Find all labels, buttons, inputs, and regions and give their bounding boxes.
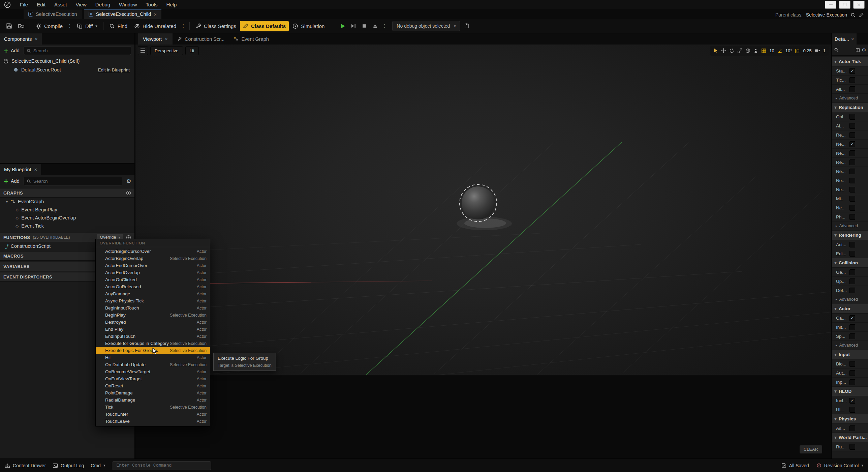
details-checkbox[interactable]: ✓	[849, 379, 855, 385]
details-advanced-row[interactable]: ▸ Advanced	[832, 295, 868, 304]
close-panel-icon[interactable]: ×	[35, 36, 38, 41]
rotation-snap-value[interactable]: 10°	[785, 48, 792, 53]
output-log-button[interactable]: Output Log	[53, 463, 84, 468]
camera-speed-icon[interactable]	[815, 48, 820, 53]
details-checkbox[interactable]: ✓	[849, 278, 855, 284]
compile-button[interactable]: Compile	[33, 21, 66, 31]
details-section-header[interactable]: ▼ Rendering	[832, 231, 868, 240]
move-tool-icon[interactable]	[721, 48, 726, 53]
viewport-3d-scene[interactable]: Perspective Lit 10 10° 0.2	[135, 45, 831, 375]
surface-snap-icon[interactable]	[753, 48, 758, 53]
all-saved-button[interactable]: All Saved	[781, 463, 809, 468]
event-item[interactable]: ◇ Event Tick	[0, 222, 134, 230]
component-child-item[interactable]: DefaultSceneRoot Edit in Blueprint	[0, 65, 134, 74]
details-checkbox[interactable]: ✓	[849, 178, 855, 183]
details-checkbox[interactable]: ✓	[849, 205, 855, 211]
override-menu-item[interactable]: End Play Actor	[96, 326, 210, 333]
event-item[interactable]: ◇ Event ActorBeginOverlap	[0, 214, 134, 222]
details-checkbox[interactable]: ✓	[849, 196, 855, 202]
edit-parent-class-icon[interactable]	[859, 12, 864, 18]
override-menu-item[interactable]: ActorOnReleased Actor	[96, 283, 210, 290]
hide-unrelated-button[interactable]: Hide Unrelated	[131, 21, 179, 31]
details-checkbox[interactable]: ✓	[849, 361, 855, 367]
override-menu-item[interactable]: RadialDamage Actor	[96, 396, 210, 404]
graphs-section-header[interactable]: GRAPHS	[0, 188, 134, 198]
details-section-header[interactable]: ▼ Actor Tick	[832, 57, 868, 66]
rotation-snap-icon[interactable]	[777, 48, 782, 53]
details-checkbox[interactable]: ✓	[849, 159, 855, 165]
play-button[interactable]	[338, 21, 348, 31]
revision-control-button[interactable]: Revision Control ▾	[816, 463, 863, 468]
details-checkbox[interactable]: ✓	[849, 398, 855, 404]
override-menu-item[interactable]: PointDamage Actor	[96, 389, 210, 396]
class-defaults-button[interactable]: Class Defaults	[240, 21, 289, 31]
viewport-options-button[interactable]	[138, 46, 148, 55]
details-checkbox[interactable]: ✓	[849, 242, 855, 247]
components-search-input[interactable]	[33, 48, 128, 53]
simulation-button[interactable]: Simulation	[289, 21, 328, 31]
override-menu-item[interactable]: ActorEndCursorOver Actor	[96, 262, 210, 269]
details-section-header[interactable]: ▼ Input	[832, 350, 868, 359]
details-display-filter-icon[interactable]	[856, 48, 860, 52]
search-parent-class-icon[interactable]	[850, 12, 856, 18]
tab-components[interactable]: Components ×	[0, 33, 42, 45]
details-advanced-row[interactable]: ▸ Advanced	[832, 94, 868, 103]
asset-tab-selectiveexecution[interactable]: SelectiveExecution	[24, 9, 82, 19]
perspective-dropdown-button[interactable]: Perspective	[150, 46, 183, 55]
details-checkbox[interactable]: ✓	[849, 333, 855, 339]
details-advanced-row[interactable]: ▸ Advanced	[832, 341, 868, 350]
details-section-header[interactable]: ▼ Actor	[832, 304, 868, 314]
details-checkbox[interactable]: ✓	[849, 123, 855, 129]
details-settings-gear-icon[interactable]: ⚙	[862, 47, 866, 53]
menubar-item[interactable]: File	[16, 0, 32, 9]
tab-my-blueprint[interactable]: My Blueprint ×	[0, 164, 41, 175]
details-checkbox[interactable]: ✓	[849, 68, 855, 74]
tab-event-graph[interactable]: Event Graph	[229, 33, 273, 45]
close-panel-icon[interactable]: ×	[34, 167, 37, 172]
component-root-item[interactable]: SelectiveExecution_Child (Self)	[0, 57, 134, 65]
details-checkbox[interactable]: ✓	[849, 77, 855, 83]
close-panel-icon[interactable]: ×	[851, 36, 854, 41]
debug-browse-button[interactable]	[461, 21, 472, 31]
scale-snap-value[interactable]: 0.25	[803, 48, 811, 53]
details-checkbox[interactable]: ✓	[849, 444, 855, 450]
diff-button[interactable]: Diff ▾	[74, 21, 100, 31]
world-coordinate-icon[interactable]	[745, 48, 750, 53]
scale-tool-icon[interactable]	[737, 48, 742, 53]
event-item[interactable]: ◇ Event BeginPlay	[0, 206, 134, 214]
asset-tab-selectiveexecution-child[interactable]: SelectiveExecution_Child ×	[84, 9, 161, 19]
tab-construction-script[interactable]: Construction Scr...	[173, 33, 229, 45]
eventgraph-item[interactable]: ▾ EventGraph	[0, 198, 134, 206]
override-menu-item[interactable]: TouchEnter Actor	[96, 411, 210, 418]
grid-snap-icon[interactable]	[761, 48, 766, 53]
override-menu-item[interactable]: ActorBeginCursorOver Actor	[96, 248, 210, 255]
override-menu-item[interactable]: OnEndViewTarget Actor	[96, 375, 210, 382]
details-checkbox[interactable]: ✓	[849, 187, 855, 193]
override-menu-item[interactable]: OnReset Actor	[96, 382, 210, 389]
override-menu-item[interactable]: BeginPlay Selective Execution	[96, 312, 210, 319]
cmd-dropdown-button[interactable]: Cmd ▾	[91, 463, 105, 468]
view-mode-dropdown-button[interactable]: Lit	[185, 46, 199, 55]
details-checkbox[interactable]: ✓	[849, 315, 855, 321]
add-blueprint-item-button[interactable]: + Add	[3, 178, 20, 184]
menubar-item[interactable]: Asset	[50, 0, 71, 9]
class-settings-button[interactable]: Class Settings	[192, 21, 239, 31]
details-section-header[interactable]: ▼ World Parti...	[832, 433, 868, 442]
details-checkbox[interactable]: ✓	[849, 370, 855, 376]
grid-snap-value[interactable]: 10	[769, 48, 774, 53]
details-advanced-row[interactable]: ▸ Advanced	[832, 222, 868, 231]
details-checkbox[interactable]: ✓	[849, 150, 855, 156]
override-menu-item[interactable]: TouchLeave Actor	[96, 418, 210, 425]
hide-unrelated-options-button[interactable]: ⋮	[180, 21, 187, 31]
details-checkbox[interactable]: ✓	[849, 288, 855, 293]
details-search-icon[interactable]	[834, 48, 839, 52]
details-checkbox[interactable]: ✓	[849, 214, 855, 220]
save-button[interactable]	[3, 21, 15, 31]
rotate-tool-icon[interactable]	[729, 48, 734, 53]
chevron-down-icon[interactable]: ▾	[6, 200, 8, 204]
details-checkbox[interactable]: ✓	[849, 114, 855, 120]
eject-button[interactable]	[370, 21, 380, 31]
maximize-button[interactable]	[839, 1, 850, 9]
menubar-item[interactable]: Tools	[141, 0, 162, 9]
details-section-header[interactable]: ▼ Collision	[832, 258, 868, 268]
